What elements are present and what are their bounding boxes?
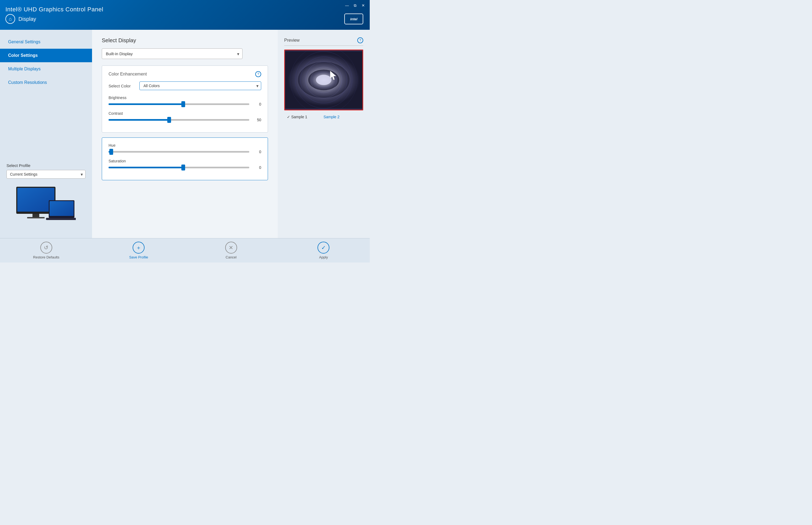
contrast-track-fill — [108, 119, 169, 121]
contrast-label: Contrast — [108, 111, 261, 116]
app-subtitle: ⌂ Display — [5, 14, 103, 24]
profile-dropdown-wrapper: Current Settings Profile 1 Profile 2 — [6, 170, 86, 179]
intel-logo: intel — [344, 14, 363, 24]
sidebar-item-color-settings[interactable]: Color Settings — [0, 49, 92, 62]
brightness-thumb[interactable] — [181, 101, 185, 107]
select-display-title: Select Display — [102, 38, 268, 44]
save-profile-icon: ＋ — [133, 242, 145, 254]
preview-image[interactable] — [284, 49, 363, 110]
apply-button[interactable]: ✓ Apply — [302, 242, 345, 259]
color-enhancement-label: Color Enhancement — [108, 72, 147, 77]
saturation-track-fill — [108, 167, 183, 168]
main-layout: General Settings Color Settings Multiple… — [0, 30, 370, 238]
color-enhancement-header: Color Enhancement ? — [108, 71, 261, 77]
title-bar: Intel® UHD Graphics Control Panel ⌂ Disp… — [0, 0, 370, 30]
svg-rect-6 — [46, 218, 76, 220]
saturation-thumb[interactable] — [181, 165, 185, 170]
main-content: Select Display Built-in Display External… — [92, 30, 278, 238]
color-enhancement-help-icon[interactable]: ? — [255, 71, 261, 77]
apply-label: Apply — [319, 255, 328, 259]
window-controls: — ⧉ ✕ — [344, 3, 366, 8]
title-bar-right: — ⧉ ✕ intel — [344, 5, 364, 24]
preview-panel: Preview ? — [278, 30, 370, 238]
saturation-control: 0 — [108, 165, 261, 170]
monitor-svg — [16, 184, 76, 227]
profile-dropdown[interactable]: Current Settings Profile 1 Profile 2 — [6, 170, 86, 179]
hue-label: Hue — [108, 143, 261, 148]
sidebar: General Settings Color Settings Multiple… — [0, 30, 92, 238]
cancel-label: Cancel — [226, 255, 237, 259]
restore-defaults-button[interactable]: ↺ Restore Defaults — [25, 242, 68, 259]
apply-icon: ✓ — [317, 242, 329, 254]
saturation-value: 0 — [253, 165, 261, 170]
brightness-track-fill — [108, 103, 183, 105]
sample1-checkmark: ✓ — [287, 115, 290, 119]
footer: ↺ Restore Defaults ＋ Save Profile ✕ Canc… — [0, 238, 370, 262]
display-label: Display — [18, 16, 36, 22]
sample2-label: Sample 2 — [324, 115, 340, 119]
restore-button[interactable]: ⧉ — [352, 3, 358, 8]
cancel-icon: ✕ — [225, 242, 237, 254]
sidebar-bottom: Select Profile Current Settings Profile … — [0, 158, 92, 233]
preview-label: Preview — [284, 38, 300, 43]
svg-rect-3 — [27, 217, 45, 219]
sidebar-item-multiple-displays[interactable]: Multiple Displays — [0, 62, 92, 76]
monitor-image — [6, 184, 86, 227]
saturation-track[interactable] — [108, 165, 249, 170]
display-dropdown[interactable]: Built-in Display External Display 1 — [102, 48, 242, 59]
saturation-row: Saturation 0 — [108, 159, 261, 170]
sidebar-item-general-settings[interactable]: General Settings — [0, 35, 92, 49]
brightness-row: Brightness 0 — [108, 95, 261, 107]
preview-swirl-svg — [285, 50, 362, 109]
app-title: Intel® UHD Graphics Control Panel — [5, 6, 103, 13]
contrast-row: Contrast 50 — [108, 111, 261, 123]
color-dropdown-wrapper: All Colors Red Green Blue — [139, 81, 261, 90]
svg-rect-5 — [49, 201, 74, 216]
home-icon[interactable]: ⌂ — [5, 14, 15, 24]
hue-track-bg — [108, 151, 249, 153]
preview-help-icon[interactable]: ? — [357, 38, 363, 43]
contrast-value: 50 — [253, 118, 261, 122]
sample1-label: Sample 1 — [291, 115, 307, 119]
hue-row: Hue 0 — [108, 143, 261, 154]
brightness-track[interactable] — [108, 102, 249, 107]
brightness-label: Brightness — [108, 95, 261, 100]
restore-defaults-label: Restore Defaults — [33, 255, 59, 259]
hue-thumb[interactable] — [109, 149, 113, 155]
hue-control: 0 — [108, 149, 261, 154]
color-dropdown[interactable]: All Colors Red Green Blue — [139, 81, 261, 90]
restore-defaults-icon: ↺ — [40, 242, 52, 254]
hue-track[interactable] — [108, 149, 249, 154]
color-enhancement-section: Color Enhancement ? Select Color All Col… — [102, 65, 268, 133]
contrast-control: 50 — [108, 117, 261, 123]
hue-value: 0 — [253, 150, 261, 154]
select-color-label: Select Color — [108, 84, 136, 88]
select-profile-label: Select Profile — [6, 163, 86, 168]
contrast-thumb[interactable] — [167, 117, 171, 123]
contrast-track[interactable] — [108, 117, 249, 123]
minimize-button[interactable]: — — [344, 3, 350, 8]
title-bar-left: Intel® UHD Graphics Control Panel ⌂ Disp… — [5, 6, 103, 24]
brightness-value: 0 — [253, 102, 261, 106]
sample1-item[interactable]: ✓ Sample 1 — [287, 115, 307, 119]
preview-samples: ✓ Sample 1 Sample 2 — [284, 115, 363, 119]
save-profile-button[interactable]: ＋ Save Profile — [117, 242, 160, 259]
sidebar-item-custom-resolutions[interactable]: Custom Resolutions — [0, 76, 92, 89]
select-color-row: Select Color All Colors Red Green Blue — [108, 81, 261, 90]
display-dropdown-wrapper: Built-in Display External Display 1 — [102, 48, 242, 59]
close-button[interactable]: ✕ — [361, 3, 366, 8]
svg-rect-2 — [32, 214, 39, 217]
cancel-button[interactable]: ✕ Cancel — [210, 242, 253, 259]
hue-saturation-section: Hue 0 Saturation — [102, 137, 268, 180]
sample2-item[interactable]: Sample 2 — [324, 115, 340, 119]
brightness-control: 0 — [108, 102, 261, 107]
saturation-label: Saturation — [108, 159, 261, 163]
preview-header: Preview ? — [284, 38, 363, 46]
select-display-row: Built-in Display External Display 1 — [102, 48, 268, 59]
svg-point-11 — [316, 75, 331, 85]
save-profile-label: Save Profile — [129, 255, 148, 259]
